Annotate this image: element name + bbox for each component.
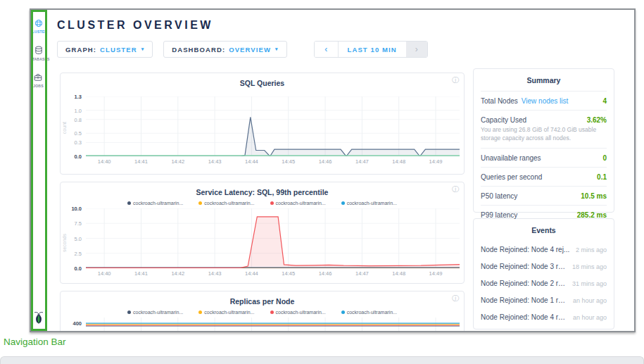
legend-item[interactable]: cockroach-ultramarin... [198,199,254,207]
legend-dot-icon [270,201,274,205]
replicas-per-node-chart: Replicas per Node ⓘ cockroach-ultramarin… [60,291,465,332]
sidebar-item-databases[interactable]: DATABASES [30,46,50,61]
x-axis-tick: 14:49 [429,270,443,277]
time-range-value[interactable]: LAST 10 MIN [339,42,406,57]
event-row[interactable]: Node Rejoined: Node 4 rej... an hour ago [481,308,607,325]
time-next-button[interactable]: › [406,42,427,57]
cockroachdb-logo[interactable] [33,311,44,327]
summary-row-label: Total Nodes [481,97,518,105]
chart-title: Service Latency: SQL, 99th percentile [61,182,464,196]
legend-item[interactable]: cockroach-ultramarin... [270,199,326,207]
legend-dot-icon [198,201,202,205]
legend-item[interactable]: cockroach-ultramarin... [127,308,183,316]
legend-item[interactable]: cockroach-ultramarin... [341,308,397,316]
legend-item[interactable]: cockroach-ultramarin... [198,308,254,316]
summary-row-label: P99 latency [481,211,517,219]
events-title: Events [481,219,607,241]
event-row[interactable]: Node Rejoined: Node 1 rej... an hour ago [481,291,607,308]
x-axis: 14:4014:4114:4214:4314:4414:4514:4614:47… [86,158,460,167]
legend-dot-icon [341,201,345,205]
summary-row-label: Queries per second [481,173,542,181]
briefcase-icon [34,73,42,82]
sidebar-item-label: DATABASES [30,57,50,61]
page-title: CLUSTER OVERVIEW [57,19,213,32]
legend-dot-icon [127,201,131,205]
legend-dot-icon [127,310,131,314]
chart-plot: 400 14:4014:4114:4214:4314:4414:4514:461… [61,318,464,332]
x-axis-tick: 14:49 [429,158,443,165]
chart-plot: seconds 0.02.55.07.510.0 14:4014:4114:42… [61,208,464,279]
x-axis-tick: 14:40 [98,270,111,277]
summary-row-value: 3.62% [587,116,607,124]
event-time: an hour ago [573,314,607,321]
event-row[interactable]: Node Rejoined: Node 2 rej... 31 mins ago [481,275,607,291]
event-text: Node Rejoined: Node 2 rej... [481,280,568,287]
chart-legend: cockroach-ultramarin...cockroach-ultrama… [61,199,464,207]
x-axis-tick: 14:46 [319,158,332,165]
y-axis-tick: 1.0 [75,107,82,113]
event-time: 2 mins ago [576,246,607,253]
x-axis-tick: 14:45 [282,270,295,277]
legend-label: cockroach-ultramarin... [276,310,326,315]
dashboard-dropdown[interactable]: DASHBOARD: OVERVIEW ▾ [163,41,286,58]
event-row[interactable]: Node Rejoined: Node 3 rej... 18 mins ago [481,258,607,275]
sidebar-item-cluster[interactable]: CLUSTER [30,19,47,34]
summary-row-value: 10.5 ms [581,192,607,200]
x-axis-tick: 14:41 [134,270,148,277]
x-axis: 14:4014:4114:4214:4314:4414:4514:4614:47… [86,270,460,279]
y-axis-tick: 5.0 [75,235,82,241]
legend-item[interactable]: cockroach-ultramarin... [270,308,326,316]
y-axis-tick: 0.8 [75,116,82,123]
sql-queries-chart: SQL Queries ⓘ count 0.00.30.50.81.01.3 1… [60,73,465,175]
summary-row-value: 285.2 ms [577,211,607,219]
event-text: Node Rejoined: Node 4 rej... [481,313,569,321]
event-text: Node Rejoined: Node 4 rej... [481,246,569,253]
chart-title: Replicas per Node [61,291,464,306]
time-prev-button[interactable]: ‹ [315,42,339,57]
legend-item[interactable]: cockroach-ultramarin... [127,199,183,207]
annotation-label: Navigation Bar [4,337,66,347]
event-text: Node Rejoined: Node 1 rej... [481,296,569,304]
view-nodes-list-link[interactable]: View nodes list [522,97,603,105]
summary-row-label: Capacity Used [481,116,526,124]
x-axis-tick: 14:42 [171,158,184,165]
events-panel: Events Node Rejoined: Node 4 rej... 2 mi… [473,218,614,330]
legend-dot-icon [341,310,345,314]
summary-row-label: Unavailable ranges [481,154,541,162]
legend-dot-icon [270,310,274,314]
x-axis-tick: 14:42 [171,270,184,277]
x-axis-tick: 14:43 [208,158,222,165]
sidebar-item-jobs[interactable]: JOBS [33,73,43,88]
x-axis-tick: 14:44 [245,270,258,277]
legend-label: cockroach-ultramarin... [133,310,183,315]
legend-label: cockroach-ultramarin... [133,201,183,206]
admin-ui-window: CLUSTER DATABASES JOBS [30,8,636,332]
charts-column: SQL Queries ⓘ count 0.00.30.50.81.01.3 1… [60,73,465,332]
time-range-selector: ‹ LAST 10 MIN › [314,41,428,58]
x-axis-tick: 14:45 [282,158,295,165]
y-axis-tick: 2.5 [75,250,82,256]
x-axis-tick: 14:48 [392,270,405,277]
legend-label: cockroach-ultramarin... [204,201,254,206]
y-axis-tick: 0.0 [75,265,82,272]
chevron-down-icon: ▾ [141,46,145,52]
chart-canvas [86,96,460,156]
chart-plot: count 0.00.30.50.81.01.3 14:4014:4114:42… [61,96,464,167]
event-row[interactable]: Node Rejoined: Node 4 rej... 2 mins ago [481,241,607,258]
right-column: Summary Total Nodes View nodes list 4 Ca… [473,68,614,330]
graph-dropdown-label: GRAPH: [65,46,96,54]
x-axis-tick: 14:47 [355,270,369,277]
globe-icon [34,19,43,27]
y-axis-tick: 7.5 [75,220,82,227]
info-icon[interactable]: ⓘ [452,77,459,84]
bottom-strip [0,356,644,364]
dashboard-dropdown-value: OVERVIEW [229,46,271,54]
legend-item[interactable]: cockroach-ultramarin... [341,199,397,207]
graph-dropdown[interactable]: GRAPH: CLUSTER ▾ [57,41,153,58]
dashboard-controls: GRAPH: CLUSTER ▾ DASHBOARD: OVERVIEW ▾ ‹… [57,41,428,58]
summary-row: Total Nodes View nodes list 4 [481,92,607,111]
info-icon[interactable]: ⓘ [452,295,459,302]
y-axis: 400 [61,318,86,332]
info-icon[interactable]: ⓘ [452,186,459,193]
chart-title: SQL Queries [61,73,464,87]
